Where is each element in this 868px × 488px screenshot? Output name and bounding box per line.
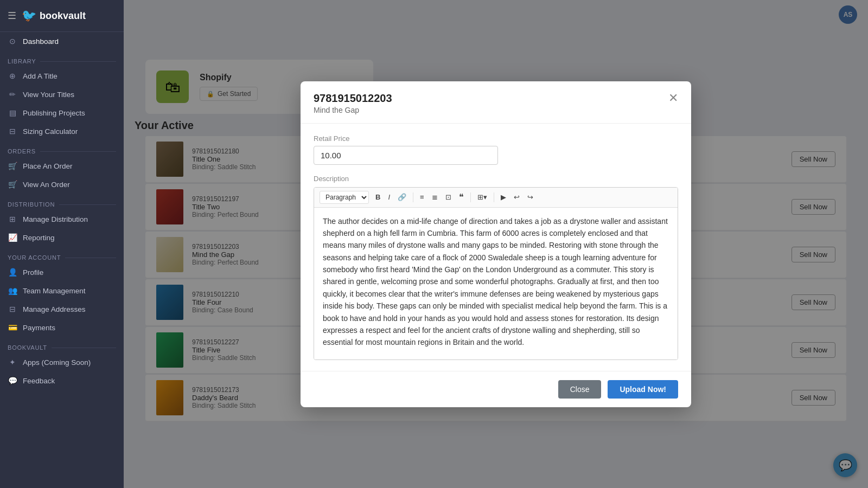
sidebar-item-label: Payments [23,324,55,332]
sidebar-item-team-management[interactable]: 👥 Team Management [0,281,124,300]
sidebar-section-orders: Orders [0,140,124,157]
sidebar: ☰ 🐦 bookvault ⊙ Dashboard Library ⊕ Add … [0,0,124,488]
sidebar-item-label: Apps (Coming Soon) [23,358,91,367]
sidebar-item-manage-addresses[interactable]: ⊟ Manage Addresses [0,300,124,318]
editor-content[interactable]: The author decides on a mid-life change … [314,208,678,359]
sidebar-item-publishing-projects[interactable]: ▤ Publishing Projects [0,104,124,122]
place-order-icon: 🛒 [8,162,17,170]
sidebar-item-label: Profile [23,268,43,277]
sidebar-item-view-titles[interactable]: ✏ View Your Titles [0,85,124,104]
sidebar-item-label: Reporting [23,234,55,242]
brand-bird-icon: 🐦 [22,9,36,23]
editor-toolbar: Paragraph B I 🔗 ≡ ≣ ⊡ ❝ ⊞▾ ▶ [314,188,678,208]
modal-subtitle: Mind the Gap [314,106,678,114]
modal-body: Retail Price Description Paragraph B I 🔗… [301,124,691,371]
sidebar-item-add-title[interactable]: ⊕ Add A Title [0,67,124,85]
add-title-icon: ⊕ [8,72,17,80]
ordered-list-button[interactable]: ≣ [429,191,441,203]
team-management-icon: 👥 [8,286,17,295]
main-area: AS 🛍 Shopify 🔒 Get Started Your Active 9… [124,0,868,488]
bold-button[interactable]: B [372,191,384,203]
sidebar-item-feedback[interactable]: 💬 Feedback [0,371,124,390]
sidebar-item-label: Team Management [23,287,86,295]
sidebar-item-label: Publishing Projects [23,109,85,117]
brand-logo: 🐦 bookvault [22,9,86,23]
sidebar-item-apps[interactable]: ✦ Apps (Coming Soon) [0,353,124,371]
sidebar-item-label: Manage Addresses [23,305,86,313]
dashboard-icon: ⊙ [8,37,17,46]
view-order-icon: 🛒 [8,180,17,189]
modal-header: 9781915012203 Mind the Gap ✕ [301,81,691,124]
manage-addresses-icon: ⊟ [8,305,17,313]
italic-button[interactable]: I [385,191,393,203]
description-label: Description [314,175,678,183]
bullet-list-button[interactable]: ≡ [417,191,427,203]
sidebar-item-view-order[interactable]: 🛒 View An Order [0,175,124,194]
link-button[interactable]: 🔗 [394,191,410,203]
manage-distribution-icon: ⊞ [8,215,17,223]
sidebar-section-distribution: Distribution [0,194,124,210]
retail-price-label: Retail Price [314,134,678,143]
modal-dialog: 9781915012203 Mind the Gap ✕ Retail Pric… [301,81,691,407]
sidebar-item-label: Dashboard [23,37,59,46]
feedback-icon: 💬 [8,376,17,385]
sidebar-section-bookvault: Bookvault [0,337,124,353]
table-button[interactable]: ⊞▾ [474,191,490,203]
paragraph-select[interactable]: Paragraph [320,191,369,204]
publishing-projects-icon: ▤ [8,108,17,117]
retail-price-input[interactable] [314,146,498,165]
toolbar-separator-1 [413,192,413,202]
modal-close-button[interactable]: ✕ [666,90,680,106]
quote-button[interactable]: ❝ [456,191,467,204]
sidebar-item-dashboard[interactable]: ⊙ Dashboard [0,32,124,50]
sidebar-item-label: Manage Distribution [23,215,88,223]
upload-now-button[interactable]: Upload Now! [608,380,678,399]
sidebar-item-reporting[interactable]: 📈 Reporting [0,228,124,247]
sidebar-header: ☰ 🐦 bookvault [0,0,124,32]
editor-container: Paragraph B I 🔗 ≡ ≣ ⊡ ❝ ⊞▾ ▶ [314,187,678,360]
hamburger-icon[interactable]: ☰ [8,10,16,22]
sidebar-item-manage-distribution[interactable]: ⊞ Manage Distribution [0,210,124,228]
sidebar-item-label: Add A Title [23,72,58,80]
sidebar-item-label: View Your Titles [23,91,74,99]
modal-footer: Close Upload Now! [301,371,691,407]
sidebar-item-label: Sizing Calculator [23,127,78,136]
reporting-icon: 📈 [8,233,17,242]
close-button[interactable]: Close [558,380,602,399]
profile-icon: 👤 [8,268,17,277]
description-text: The author decides on a mid-life change … [323,215,669,349]
redo-button[interactable]: ↪ [524,191,537,203]
sidebar-section-account: Your Account [0,247,124,263]
modal-overlay[interactable]: 9781915012203 Mind the Gap ✕ Retail Pric… [124,0,868,488]
toolbar-separator-3 [494,192,494,202]
undo-button[interactable]: ↩ [510,191,523,203]
sidebar-item-payments[interactable]: 💳 Payments [0,318,124,337]
apps-icon: ✦ [8,358,17,367]
sidebar-item-place-order[interactable]: 🛒 Place An Order [0,157,124,175]
sizing-calculator-icon: ⊟ [8,127,17,136]
payments-icon: 💳 [8,323,17,332]
sidebar-item-label: View An Order [23,181,70,189]
sidebar-section-library: Library [0,50,124,67]
toolbar-separator-2 [470,192,471,202]
sidebar-item-label: Place An Order [23,162,73,170]
brand-name: bookvault [40,10,86,22]
sidebar-item-profile[interactable]: 👤 Profile [0,263,124,281]
video-button[interactable]: ▶ [497,191,509,203]
view-titles-icon: ✏ [8,90,17,99]
modal-isbn: 9781915012203 [314,92,678,105]
sidebar-item-label: Feedback [23,377,55,385]
image-button[interactable]: ⊡ [442,191,455,203]
sidebar-item-sizing-calculator[interactable]: ⊟ Sizing Calculator [0,122,124,140]
